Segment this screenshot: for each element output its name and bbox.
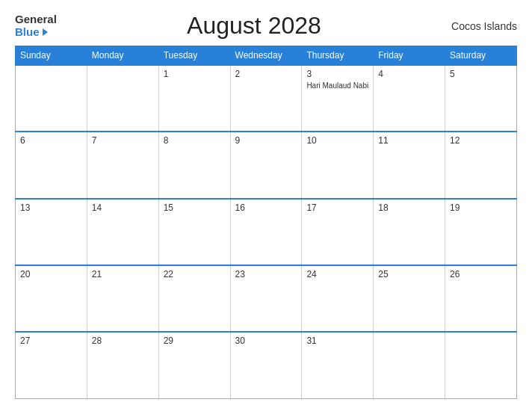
weekday-header: Monday — [87, 46, 158, 66]
day-number: 26 — [450, 269, 512, 279]
day-number: 3 — [306, 69, 368, 79]
day-number: 22 — [164, 269, 226, 279]
calendar-title: August 2028 — [187, 12, 321, 40]
day-number: 25 — [378, 269, 440, 279]
day-number: 19 — [450, 203, 512, 213]
calendar-day-cell: 3Hari Maulaud Nabi — [302, 65, 374, 132]
calendar-day-cell: 18 — [374, 199, 445, 265]
day-number: 12 — [450, 135, 512, 146]
calendar-day-cell: 5 — [445, 65, 517, 132]
day-number: 15 — [164, 203, 226, 213]
day-number: 29 — [164, 336, 226, 346]
calendar-day-cell — [87, 65, 158, 132]
day-number: 23 — [235, 269, 297, 279]
weekday-header-row: SundayMondayTuesdayWednesdayThursdayFrid… — [16, 46, 517, 66]
day-number: 20 — [20, 269, 82, 279]
day-number: 8 — [164, 135, 226, 146]
day-number: 10 — [306, 135, 368, 146]
calendar-table: SundayMondayTuesdayWednesdayThursdayFrid… — [15, 46, 517, 399]
calendar-day-cell: 7 — [87, 132, 158, 198]
weekday-header: Tuesday — [158, 46, 230, 66]
calendar-week-row: 123Hari Maulaud Nabi45 — [16, 65, 517, 132]
calendar-day-cell: 26 — [445, 265, 517, 332]
day-number: 21 — [92, 269, 154, 279]
calendar-day-cell: 11 — [374, 132, 445, 198]
calendar-day-cell: 30 — [230, 332, 302, 398]
logo: General Blue — [15, 13, 57, 38]
logo-general-text: General — [15, 13, 57, 26]
day-number: 5 — [450, 69, 512, 79]
day-number: 30 — [235, 336, 297, 346]
calendar-day-cell: 15 — [158, 199, 230, 265]
calendar-day-cell: 17 — [302, 199, 374, 265]
weekday-header: Thursday — [302, 46, 374, 66]
logo-blue-text: Blue — [15, 26, 48, 39]
calendar-week-row: 13141516171819 — [16, 199, 517, 265]
calendar-day-cell: 25 — [374, 265, 445, 332]
calendar-day-cell: 13 — [16, 199, 87, 265]
weekday-header: Wednesday — [230, 46, 302, 66]
calendar-day-cell: 22 — [158, 265, 230, 332]
day-number: 9 — [235, 135, 297, 146]
calendar-day-cell: 20 — [16, 265, 87, 332]
day-number: 17 — [306, 203, 368, 213]
day-event: Hari Maulaud Nabi — [306, 81, 368, 90]
calendar-day-cell: 29 — [158, 332, 230, 398]
region-label: Cocos Islands — [451, 20, 517, 32]
day-number: 6 — [20, 135, 82, 146]
calendar-day-cell: 6 — [16, 132, 87, 198]
calendar-day-cell: 12 — [445, 132, 517, 198]
calendar-day-cell: 4 — [374, 65, 445, 132]
day-number: 31 — [306, 336, 368, 346]
day-number: 28 — [92, 336, 154, 346]
day-number: 16 — [235, 203, 297, 213]
calendar-day-cell — [16, 65, 87, 132]
calendar-day-cell: 8 — [158, 132, 230, 198]
day-number: 11 — [378, 135, 440, 146]
calendar-week-row: 2728293031 — [16, 332, 517, 398]
calendar-day-cell: 19 — [445, 199, 517, 265]
calendar-day-cell: 10 — [302, 132, 374, 198]
calendar-week-row: 6789101112 — [16, 132, 517, 198]
day-number: 18 — [378, 203, 440, 213]
day-number: 13 — [20, 203, 82, 213]
day-number: 27 — [20, 336, 82, 346]
day-number: 7 — [92, 135, 154, 146]
calendar-day-cell: 27 — [16, 332, 87, 398]
weekday-header: Sunday — [16, 46, 87, 66]
day-number: 4 — [378, 69, 440, 79]
day-number: 2 — [235, 69, 297, 79]
day-number: 24 — [306, 269, 368, 279]
day-number: 14 — [92, 203, 154, 213]
calendar-day-cell: 21 — [87, 265, 158, 332]
day-number: 1 — [164, 69, 226, 79]
calendar-day-cell: 2 — [230, 65, 302, 132]
calendar-week-row: 20212223242526 — [16, 265, 517, 332]
logo-triangle-icon — [43, 28, 48, 36]
page-header: General Blue August 2028 Cocos Islands — [15, 12, 517, 40]
calendar-day-cell — [374, 332, 445, 398]
calendar-day-cell — [445, 332, 517, 398]
calendar-day-cell: 28 — [87, 332, 158, 398]
calendar-day-cell: 31 — [302, 332, 374, 398]
calendar-day-cell: 24 — [302, 265, 374, 332]
weekday-header: Saturday — [445, 46, 517, 66]
calendar-day-cell: 9 — [230, 132, 302, 198]
calendar-day-cell: 16 — [230, 199, 302, 265]
weekday-header: Friday — [374, 46, 445, 66]
calendar-day-cell: 1 — [158, 65, 230, 132]
calendar-day-cell: 23 — [230, 265, 302, 332]
calendar-day-cell: 14 — [87, 199, 158, 265]
